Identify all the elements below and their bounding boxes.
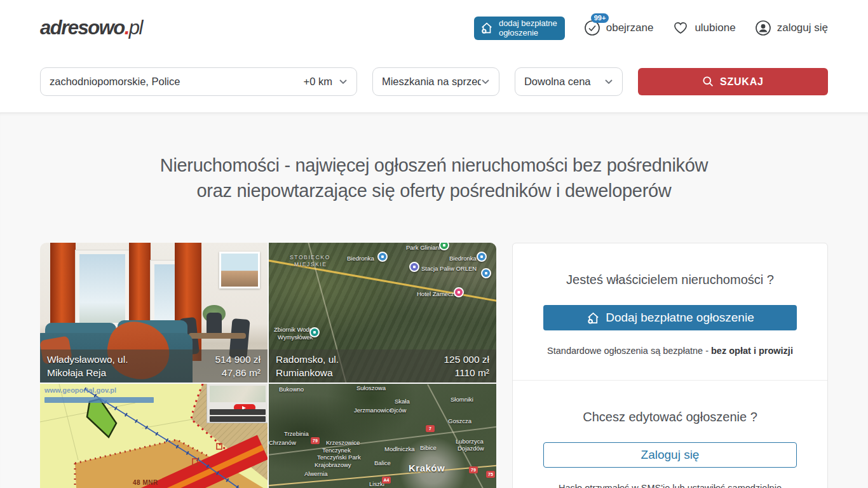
owner-note-bold: bez opłat i prowizji [711,346,793,356]
search-bar: zachodniopomorskie, Police +0 km Mieszka… [0,56,868,112]
house-plus-icon [480,21,494,35]
geoportal-toolbar-decoration [44,397,154,403]
radius-value: +0 km [304,76,332,88]
wall-art-decoration [219,252,260,288]
logo-name: adresowo [40,17,125,39]
map-label: Skała [395,398,410,405]
viewed-link[interactable]: 99+ obejrzane [584,20,654,36]
map-label: Wymysłówek [278,334,313,341]
site-header: adresowo.pl dodaj bezpłatneogłoszenie 99… [0,0,868,56]
edit-heading: Chcesz edytować ogłoszenie ? [543,410,797,424]
add-listing-label-line2: ogłoszenie [499,28,538,37]
favorites-link[interactable]: ulubione [672,20,735,36]
road-shield: 79 [311,437,320,444]
map-label: Kraków [409,463,445,473]
sidebar-login-label: Zaloguj się [641,448,700,462]
listing-caption: Władysławowo, ul. Mikołaja Reja 514 900 … [40,349,268,383]
shop-pin-icon [481,268,491,278]
map-label: Balice [374,459,391,466]
listing-area: 47,86 m² [222,366,261,379]
listing-address: Władysławowo, ul. [47,353,128,366]
map-label: Bukowno [279,386,304,393]
map-label: Krajobrazowy [315,461,351,468]
owner-heading: Jesteś właścicielem nieruchomości ? [543,273,797,287]
map-label: Modlniczka [384,445,415,452]
edit-section: Chcesz edytować ogłoszenie ? Zaloguj się… [513,380,827,488]
map-label: Tenczynek [322,447,351,454]
listings-grid: Władysławowo, ul. Mikołaja Reja 514 900 … [40,243,496,488]
edit-note: Hasło otrzymałeś w SMS'ie lub ustawiłeś … [543,483,797,488]
search-icon [702,76,714,88]
map-label: Park Glinianki [406,244,444,251]
map-label: Stacja Paliw ORLEN [421,265,477,272]
sidebar-login-button[interactable]: Zaloguj się [543,442,797,468]
chevron-down-icon [339,78,348,85]
logo-tld: pl [129,17,142,39]
mini-map-decoration [210,386,266,402]
map-label: Trzebinia [284,430,309,437]
fuel-pin-icon [409,262,419,272]
listing-card-radomsko[interactable]: STOBIECKO MIEJSKIE Biedronka Stacja Pali… [269,243,496,383]
road-shield: 75 [486,471,495,478]
check-circle-icon: 99+ [584,20,600,36]
location-input[interactable]: zachodniopomorskie, Police +0 km [40,67,357,96]
road-shield: 7 [426,425,435,432]
category-select[interactable]: Mieszkania na sprzeda [372,67,499,96]
owner-note: Standardowe ogłoszenia są bezpłatne - be… [543,346,797,356]
logo-dot: . [125,17,129,39]
listing-address: Radomsko, ul. [276,353,339,366]
location-value: zachodniopomorskie, Police [50,76,180,88]
window-decoration [76,250,129,327]
search-button-label: SZUKAJ [720,76,764,88]
road-shield: 79 [469,466,478,473]
price-select[interactable]: Dowolna cena [515,67,623,96]
menu-row-decoration [210,409,266,415]
listing-card-zabierzow[interactable]: Bukowno Sułoszowa Skała Jerzmanowice Ojc… [269,384,496,488]
owner-section: Jesteś właścicielem nieruchomości ? Doda… [513,243,827,380]
page-title: Nieruchomości - najwięcej ogłoszeń nieru… [0,113,868,203]
map-label: Biedronka [449,255,477,262]
favorites-label: ulubione [695,22,735,34]
chevron-down-icon [604,78,613,85]
road-shield: A4 [382,477,391,484]
map-label: Alwernia [304,470,327,477]
chevron-down-icon [481,78,490,85]
page-title-line1: Nieruchomości - najwięcej ogłoszeń nieru… [160,155,709,175]
map-label: Słomniki [451,396,473,403]
geoportal-watermark: www.geoportal.gov.pl [44,386,116,394]
hotel-pin-icon [454,287,464,297]
map-label: Biedronka [347,255,374,262]
listing-area: 1110 m² [454,366,489,379]
map-label: Sułoszowa [356,384,386,391]
map-label: MIEJSKIE [294,261,327,268]
map-label: Chrzanów [269,439,296,446]
map-label: Ojców [390,407,406,414]
lake-pin-icon [309,327,320,337]
login-label: zaloguj się [777,22,828,34]
viewed-count-badge: 99+ [591,13,609,23]
page-body: Nieruchomości - najwięcej ogłoszeń nieru… [0,112,868,488]
listing-address: Mikołaja Reja [47,366,128,379]
category-value: Mieszkania na sprzeda [382,76,481,88]
page-title-line2: oraz niepowtarzające się oferty pośredni… [197,180,672,201]
map-inset-overlay [207,384,268,423]
map-label: Jerzmanowice [354,407,393,414]
house-plus-icon [586,311,600,325]
map-label: Bibice [420,444,437,451]
map-label: Krzeszowice [326,439,360,446]
listing-card-lazy[interactable]: www.geoportal.gov.pl 48 MNR 47 MN Łazy 4… [40,384,268,488]
listing-caption: Radomsko, ul. Rumiankowa 125 000 zł 1110… [269,349,496,383]
add-listing-label-line1: dodaj bezpłatne [499,18,557,28]
sidebar-panel: Jesteś właścicielem nieruchomości ? Doda… [512,243,828,488]
shop-pin-icon [477,252,487,262]
table-decoration [189,333,246,339]
search-button[interactable]: SZUKAJ [638,68,828,95]
login-link[interactable]: zaloguj się [755,20,828,36]
listing-card-wladyslawowo[interactable]: Władysławowo, ul. Mikołaja Reja 514 900 … [40,243,268,383]
logo[interactable]: adresowo.pl [40,17,142,39]
viewed-label: obejrzane [606,22,654,34]
listing-price: 125 000 zł [444,353,489,366]
listing-address: Rumiankowa [276,366,339,379]
add-listing-button[interactable]: dodaj bezpłatneogłoszenie [474,17,565,40]
sidebar-add-listing-button[interactable]: Dodaj bezpłatne ogłoszenie [543,305,797,330]
